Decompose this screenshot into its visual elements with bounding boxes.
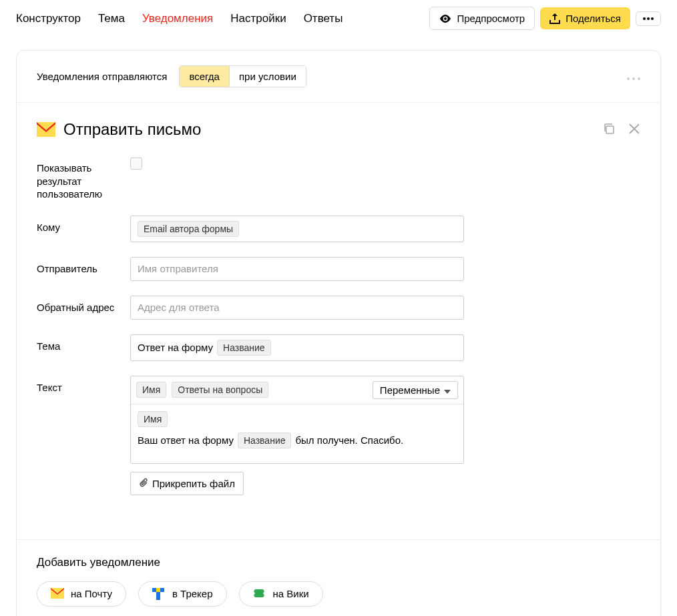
add-wiki-button[interactable]: на Вики <box>239 581 323 607</box>
svg-point-5 <box>632 77 635 80</box>
body-chip-name[interactable]: Имя <box>138 411 168 427</box>
share-icon <box>549 13 560 24</box>
card-body: Отправить письмо Показывать результат по… <box>17 103 660 539</box>
reply-input[interactable] <box>138 302 457 313</box>
share-button[interactable]: Поделиться <box>540 7 630 29</box>
add-notification-title: Добавить уведомление <box>37 556 640 569</box>
show-result-label: Показывать результат пользователю <box>37 156 130 201</box>
add-tracker-label: в Трекер <box>172 588 213 599</box>
text-row: Текст Имя Ответы на вопросы Переменные <box>37 376 640 495</box>
subject-prefix-text: Ответ на форму <box>138 342 213 353</box>
more-button[interactable] <box>636 11 661 26</box>
wiki-icon <box>253 588 266 600</box>
top-nav: Конструктор Тема Уведомления Настройки О… <box>0 0 677 39</box>
tracker-icon <box>152 588 166 600</box>
nav-tab-constructor[interactable]: Конструктор <box>16 12 81 25</box>
subject-label: Тема <box>37 334 130 353</box>
reply-label: Обратный адрес <box>37 296 130 314</box>
paperclip-icon <box>139 477 148 490</box>
editor-toolbar: Имя Ответы на вопросы Переменные <box>131 376 463 404</box>
close-button[interactable] <box>628 123 640 137</box>
chevron-down-icon <box>444 384 451 396</box>
reply-input-box <box>130 296 464 320</box>
eye-icon <box>439 15 451 23</box>
body-text-pre: Ваш ответ на форму <box>138 434 234 446</box>
subject-input[interactable]: Ответ на форму Название <box>130 334 464 361</box>
add-mail-button[interactable]: на Почту <box>37 581 126 607</box>
condition-toggle: всегда при условии <box>179 65 306 87</box>
text-label: Текст <box>37 376 130 394</box>
preview-button[interactable]: Предпросмотр <box>429 7 535 30</box>
attach-file-button[interactable]: Прикрепить файл <box>130 472 244 495</box>
add-wiki-label: на Вики <box>273 588 309 599</box>
svg-rect-12 <box>156 588 160 592</box>
reply-row: Обратный адрес <box>37 296 640 320</box>
sender-input[interactable] <box>138 263 457 274</box>
nav-tab-notifications[interactable]: Уведомления <box>142 12 213 25</box>
to-input[interactable]: Email автора формы <box>130 216 464 242</box>
toolbar-chip-answers[interactable]: Ответы на вопросы <box>172 382 268 398</box>
subject-row: Тема Ответ на форму Название <box>37 334 640 361</box>
card-header: Уведомления отправляются всегда при усло… <box>17 51 660 103</box>
card-title-actions <box>603 123 640 137</box>
nav-tab-theme[interactable]: Тема <box>98 12 125 25</box>
to-chip[interactable]: Email автора формы <box>138 221 239 237</box>
share-label: Поделиться <box>566 13 621 24</box>
svg-point-2 <box>647 17 650 20</box>
svg-rect-8 <box>606 126 614 133</box>
show-result-checkbox[interactable] <box>130 158 142 170</box>
sender-input-box <box>130 257 464 281</box>
footer-buttons: на Почту в Трекер на Вики <box>37 581 640 607</box>
nav-tab-settings[interactable]: Настройки <box>230 12 286 25</box>
sender-label: Отправитель <box>37 257 130 276</box>
svg-point-6 <box>638 77 640 80</box>
variables-button[interactable]: Переменные <box>373 381 458 399</box>
svg-point-0 <box>444 17 447 20</box>
send-condition-label: Уведомления отправляются <box>37 71 167 82</box>
svg-point-4 <box>627 77 630 80</box>
mail-icon <box>37 122 55 137</box>
card-more-button[interactable] <box>627 71 640 82</box>
more-icon <box>643 17 654 20</box>
show-result-row: Показывать результат пользователю <box>37 156 640 201</box>
variables-label: Переменные <box>380 384 440 396</box>
notification-card: Уведомления отправляются всегда при усло… <box>16 50 661 616</box>
to-label: Кому <box>37 216 130 234</box>
nav-tabs: Конструктор Тема Уведомления Настройки О… <box>16 12 343 25</box>
toggle-conditional[interactable]: при условии <box>229 66 306 87</box>
mail-icon <box>51 588 64 600</box>
svg-point-1 <box>643 17 646 20</box>
subject-chip[interactable]: Название <box>217 340 271 356</box>
card-title-row: Отправить письмо <box>37 120 640 139</box>
body-text-post: был получен. Спасибо. <box>295 434 403 446</box>
toolbar-chip-name[interactable]: Имя <box>136 382 166 398</box>
preview-label: Предпросмотр <box>457 13 525 24</box>
sender-row: Отправитель <box>37 257 640 281</box>
nav-tab-answers[interactable]: Ответы <box>304 12 343 25</box>
body-chip-title[interactable]: Название <box>238 432 292 448</box>
copy-button[interactable] <box>603 123 615 137</box>
editor-body[interactable]: Имя Ваш ответ на форму Название был полу… <box>131 404 463 463</box>
svg-rect-7 <box>37 122 55 137</box>
add-mail-label: на Почту <box>71 588 112 599</box>
svg-point-3 <box>651 17 654 20</box>
text-editor: Имя Ответы на вопросы Переменные Имя <box>130 376 464 464</box>
toggle-always[interactable]: всегда <box>180 66 229 87</box>
card-title: Отправить письмо <box>63 120 201 139</box>
to-row: Кому Email автора формы <box>37 216 640 242</box>
attach-label: Прикрепить файл <box>152 478 235 489</box>
add-tracker-button[interactable]: в Трекер <box>138 581 227 607</box>
card-footer: Добавить уведомление на Почту в Трекер н… <box>17 539 660 617</box>
